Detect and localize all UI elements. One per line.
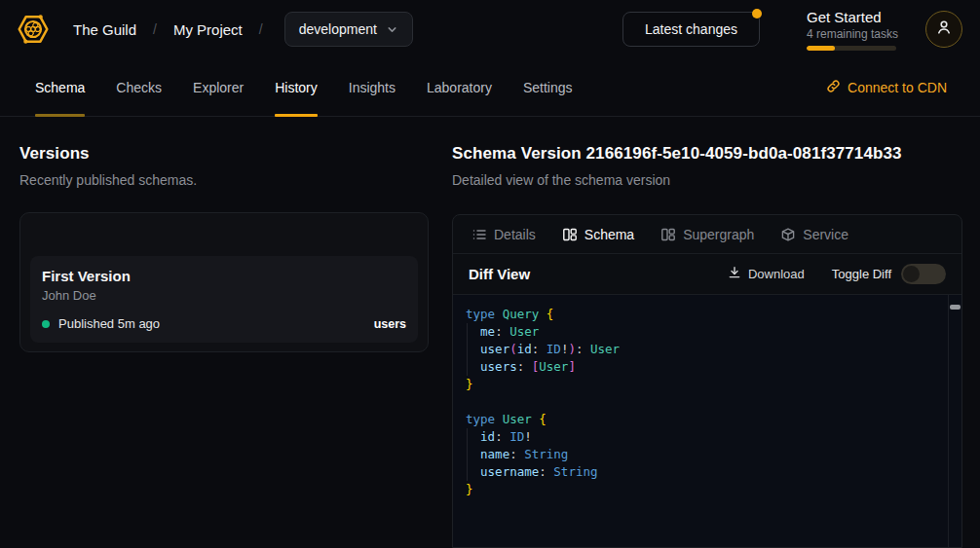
code-line: me: User [466, 323, 938, 341]
nav-tab-settings[interactable]: Settings [523, 58, 573, 116]
main-nav: SchemaChecksExplorerHistoryInsightsLabor… [0, 58, 980, 117]
code-line: users: [User] [466, 358, 938, 376]
version-status: Published 5m ago [58, 316, 160, 331]
nav-tab-laboratory[interactable]: Laboratory [427, 58, 492, 116]
download-icon [728, 266, 741, 282]
nav-tab-label: Settings [523, 80, 573, 95]
breadcrumb-project[interactable]: My Project [173, 21, 243, 38]
indent-guide [467, 323, 468, 376]
nav-tabs: SchemaChecksExplorerHistoryInsightsLabor… [35, 58, 573, 116]
version-name: First Version [42, 268, 406, 284]
latest-changes-button[interactable]: Latest changes [622, 12, 760, 47]
code-scrollbar-thumb[interactable] [950, 305, 961, 310]
code-line: type Query { [466, 306, 938, 323]
version-detail-subtitle: Detailed view of the schema version [452, 172, 962, 188]
toggle-diff-label: Toggle Diff [832, 267, 891, 281]
detail-tab-label: Supergraph [683, 227, 754, 242]
download-button[interactable]: Download [728, 266, 805, 282]
hive-logo-icon[interactable] [16, 10, 51, 49]
version-detail-column: Schema Version 2166196f-5e10-4059-bd0a-0… [452, 144, 962, 548]
versions-title: Versions [19, 144, 429, 164]
nav-tab-underline [35, 114, 85, 117]
breadcrumb-org[interactable]: The Guild [73, 21, 136, 38]
nav-tab-label: Schema [35, 80, 85, 95]
version-status-row: Published 5m agousers [42, 316, 406, 331]
breadcrumb-separator: / [259, 21, 263, 37]
versions-subtitle: Recently published schemas. [19, 172, 429, 188]
user-avatar[interactable] [925, 11, 962, 48]
nav-tab-schema[interactable]: Schema [35, 58, 85, 116]
get-started-title: Get Started [807, 9, 896, 25]
link-icon [826, 79, 841, 96]
nav-tab-label: Insights [349, 80, 396, 95]
detail-tab-details[interactable]: Details [471, 227, 536, 242]
get-started-subtitle: 4 remaining tasks [807, 27, 896, 41]
code-line: username: String [466, 463, 938, 481]
version-author: John Doe [42, 288, 406, 303]
connect-to-cdn-label: Connect to CDN [848, 80, 947, 95]
detail-tab-label: Schema [584, 227, 634, 242]
code-line: } [466, 481, 938, 498]
chevron-down-icon [386, 23, 398, 36]
version-list: First VersionJohn DoePublished 5m agouse… [30, 256, 418, 343]
indent-guide [467, 428, 468, 481]
nav-tab-history[interactable]: History [275, 58, 318, 116]
nav-tab-label: Laboratory [427, 80, 492, 95]
code-line: type User { [466, 411, 938, 428]
code-scrollbar-track [948, 295, 949, 547]
nav-tab-insights[interactable]: Insights [349, 58, 396, 116]
versions-column: Versions Recently published schemas. Fir… [19, 144, 429, 548]
box-icon [780, 227, 796, 242]
main-content: Versions Recently published schemas. Fir… [0, 117, 980, 548]
person-icon [935, 18, 953, 40]
code-line: id: ID! [466, 428, 938, 446]
versions-list-card: First VersionJohn DoePublished 5m agouse… [19, 212, 429, 352]
layout-icon [660, 227, 676, 242]
detail-tab-supergraph[interactable]: Supergraph [660, 227, 754, 242]
target-selector-value: development [299, 21, 377, 37]
detail-tab-label: Service [803, 227, 848, 242]
code-line: name: String [466, 446, 938, 463]
detail-tab-schema[interactable]: Schema [562, 227, 634, 242]
toggle-knob [903, 266, 920, 282]
diff-view-title: Diff View [469, 266, 530, 282]
nav-tab-label: Explorer [193, 80, 244, 95]
detail-tab-label: Details [494, 227, 536, 242]
code-line: } [466, 376, 938, 393]
published-status-dot [42, 320, 50, 328]
code-line: user(id: ID!): User [466, 341, 938, 358]
get-started-progress-fill [807, 46, 835, 51]
nav-tab-checks[interactable]: Checks [116, 58, 162, 116]
layout-icon [562, 227, 578, 242]
version-detail-panel: DetailsSchemaSupergraphService Diff View… [452, 214, 962, 548]
nav-tab-label: History [275, 80, 318, 95]
detail-tab-service[interactable]: Service [780, 227, 848, 242]
connect-to-cdn-button[interactable]: Connect to CDN [826, 58, 947, 116]
nav-tab-label: Checks [116, 80, 162, 95]
toggle-diff-switch[interactable] [901, 264, 946, 284]
list-icon [471, 227, 487, 242]
breadcrumb-separator: / [153, 21, 157, 37]
graphql-sdl-code: type Query { me: User user(id: ID!): Use… [453, 295, 961, 498]
app-window: The Guild / My Project / development Lat… [0, 0, 980, 548]
nav-tab-underline [275, 114, 318, 117]
notification-dot [752, 9, 762, 18]
code-line [466, 393, 938, 411]
target-selector-dropdown[interactable]: development [284, 12, 413, 47]
latest-changes-label: Latest changes [645, 21, 737, 37]
get-started-progress-track [807, 46, 896, 51]
version-list-item[interactable]: First VersionJohn DoePublished 5m agouse… [30, 256, 418, 343]
schema-code-viewer[interactable]: type Query { me: User user(id: ID!): Use… [453, 295, 961, 547]
diff-view-toolbar: Diff View Download Toggle Diff [453, 254, 961, 295]
top-header: The Guild / My Project / development Lat… [0, 0, 980, 58]
download-label: Download [748, 267, 805, 281]
nav-tab-explorer[interactable]: Explorer [193, 58, 244, 116]
get-started-widget[interactable]: Get Started 4 remaining tasks [807, 9, 896, 51]
version-detail-title: Schema Version 2166196f-5e10-4059-bd0a-0… [452, 144, 962, 164]
service-name-badge: users [374, 317, 406, 331]
version-detail-tabs: DetailsSchemaSupergraphService [453, 215, 961, 254]
